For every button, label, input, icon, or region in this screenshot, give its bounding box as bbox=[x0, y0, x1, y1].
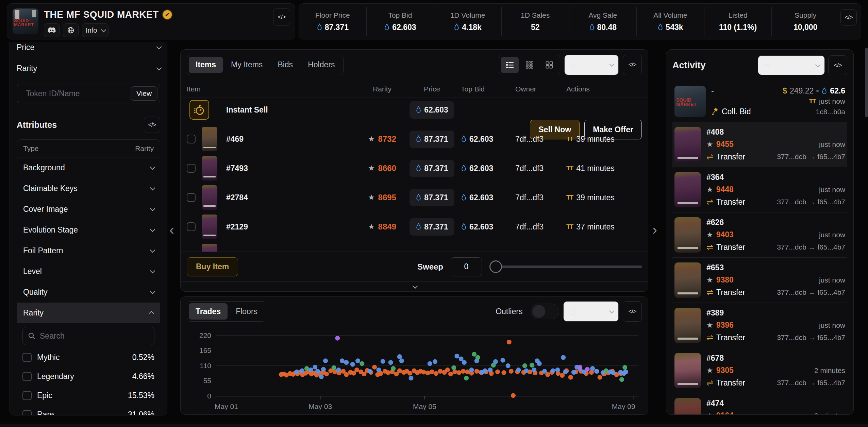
row-checkbox[interactable] bbox=[187, 135, 196, 143]
item-owner[interactable]: 7df...df3 bbox=[515, 164, 566, 173]
info-dropdown[interactable]: Info bbox=[82, 23, 108, 37]
item-listed-time: 39 minutes bbox=[576, 193, 615, 202]
item-name: #2129 bbox=[226, 222, 328, 232]
collection-embed-button[interactable]: </> bbox=[273, 8, 290, 25]
stats-embed-button[interactable]: </> bbox=[840, 9, 857, 25]
items-embed-button[interactable]: </> bbox=[623, 55, 642, 75]
attribute-group-rarity[interactable]: Rarity bbox=[17, 303, 160, 323]
tab-holders[interactable]: Holders bbox=[301, 57, 341, 73]
item-owner[interactable]: 7df...df3 bbox=[515, 135, 566, 144]
arrow-right-icon: → bbox=[808, 243, 815, 251]
data-point-blue bbox=[611, 371, 616, 375]
activity-row[interactable]: #364 ★9448 just now ⇌Transfer 377...dcb … bbox=[672, 167, 847, 212]
attribute-group-quality[interactable]: Quality bbox=[17, 282, 160, 303]
filter-rarity-toggle[interactable]: Rarity bbox=[17, 58, 160, 79]
activity-row[interactable]: #408 ★9455 just now ⇌Transfer 377...dcb … bbox=[672, 122, 847, 167]
attribute-group-foil-pattern[interactable]: Foil Pattern bbox=[17, 240, 160, 261]
collection-logo[interactable]: SQUID MARKET bbox=[13, 8, 38, 34]
table-row[interactable]: #2129 ★8849 87.371 62.603 7df...df3 TT37… bbox=[181, 212, 648, 241]
from-address: 377...dcb bbox=[777, 379, 806, 387]
data-point-green bbox=[475, 355, 480, 360]
activity-row[interactable]: #626 ★9403 just now ⇌Transfer 377...dcb … bbox=[672, 212, 847, 257]
page-scrollbar-thumb[interactable] bbox=[865, 48, 868, 117]
activity-addresses[interactable]: 377...dcb → f65...4b7 bbox=[777, 379, 845, 387]
attribute-group-label: Evolution Stage bbox=[23, 225, 78, 235]
activity-row[interactable]: #474 ★9164 2 minutes ⇌Transfer 377...dcb… bbox=[672, 393, 847, 415]
expand-items-button[interactable] bbox=[181, 281, 648, 292]
attributes-embed-button[interactable]: </> bbox=[144, 117, 160, 133]
buy-item-button[interactable]: Buy Item bbox=[187, 257, 238, 276]
rarity-checkbox[interactable] bbox=[22, 372, 32, 381]
website-button[interactable] bbox=[63, 23, 79, 37]
rarity-option[interactable]: Epic 15.53% bbox=[22, 386, 154, 405]
time-range-dropdown[interactable]: 7 Days bbox=[563, 301, 619, 322]
table-row-partial[interactable] bbox=[181, 241, 648, 252]
activity-addresses[interactable]: 377...dcb → f65...4b7 bbox=[777, 153, 845, 161]
activity-bid-row[interactable]: SQUID MARKET - $ 249.22 62.6 TT just now bbox=[672, 81, 847, 122]
activity-filter-dropdown[interactable]: All Activity bbox=[758, 55, 825, 75]
token-id-input[interactable] bbox=[26, 89, 127, 98]
tab-bids[interactable]: Bids bbox=[271, 57, 300, 73]
chart-tab-floors[interactable]: Floors bbox=[229, 303, 264, 320]
star-icon: ★ bbox=[706, 276, 713, 285]
collapse-activity-arrow[interactable]: › bbox=[652, 222, 657, 238]
svg-text:220: 220 bbox=[199, 331, 211, 339]
view-button[interactable]: View bbox=[131, 86, 157, 101]
activity-addresses[interactable]: 377...dcb → f65...4b7 bbox=[777, 334, 845, 342]
svg-text:May 01: May 01 bbox=[215, 403, 238, 410]
tab-my-items[interactable]: My Items bbox=[224, 57, 269, 73]
item-owner[interactable]: 7df...df3 bbox=[515, 222, 566, 232]
data-point-green bbox=[530, 363, 534, 368]
data-point-blue bbox=[532, 368, 536, 372]
discord-button[interactable] bbox=[44, 23, 60, 37]
stat-value: 543k bbox=[657, 23, 683, 32]
to-address: f65...4b7 bbox=[817, 153, 845, 160]
small-grid-view-button[interactable] bbox=[521, 57, 538, 73]
activity-addresses[interactable]: 377...dcb → f65...4b7 bbox=[777, 243, 845, 251]
list-view-button[interactable] bbox=[501, 57, 519, 73]
row-checkbox[interactable] bbox=[187, 164, 196, 173]
star-icon: ★ bbox=[706, 230, 713, 239]
filter-price-toggle[interactable]: Price bbox=[17, 42, 160, 58]
activity-embed-button[interactable]: </> bbox=[828, 55, 847, 75]
sweep-slider-knob[interactable] bbox=[489, 260, 502, 273]
info-label: Info bbox=[86, 27, 97, 34]
rarity-checkbox[interactable] bbox=[22, 410, 32, 416]
chart-tab-trades[interactable]: Trades bbox=[189, 303, 228, 320]
bid-address[interactable]: 1c8...b0a bbox=[816, 108, 845, 116]
data-point-orange bbox=[511, 393, 516, 398]
row-checkbox[interactable] bbox=[187, 193, 196, 202]
collapse-sidebar-arrow[interactable]: ‹ bbox=[169, 222, 174, 238]
sweep-slider[interactable] bbox=[489, 260, 642, 273]
rarity-option[interactable]: Legendary 4.66% bbox=[22, 367, 154, 386]
item-owner[interactable]: 7df...df3 bbox=[515, 193, 566, 202]
row-checkbox[interactable] bbox=[187, 222, 196, 231]
rarity-checkbox[interactable] bbox=[22, 353, 32, 362]
rarity-filter-label: Rarity bbox=[17, 64, 37, 73]
attribute-group-background[interactable]: Background bbox=[17, 157, 160, 178]
rarity-option[interactable]: Mythic 0.52% bbox=[22, 348, 154, 367]
data-point-orange bbox=[560, 373, 565, 378]
activity-addresses[interactable]: 377...dcb → f65...4b7 bbox=[777, 288, 845, 296]
attribute-group-cover-image[interactable]: Cover Image bbox=[17, 199, 160, 220]
rarity-option[interactable]: Rare 31.06% bbox=[22, 405, 154, 415]
attribute-group-evolution-stage[interactable]: Evolution Stage bbox=[17, 220, 160, 240]
attribute-group-claimable-keys[interactable]: Claimable Keys bbox=[17, 178, 160, 199]
attribute-group-level[interactable]: Level bbox=[17, 261, 160, 282]
activity-row[interactable]: #389 ★9396 just now ⇌Transfer 377...dcb … bbox=[672, 303, 847, 348]
rarity-search-input[interactable] bbox=[40, 331, 149, 341]
large-grid-view-button[interactable] bbox=[540, 57, 558, 73]
chart-embed-button[interactable]: </> bbox=[623, 301, 642, 322]
activity-row[interactable]: #678 ★9305 2 minutes ⇌Transfer 377...dcb… bbox=[672, 348, 847, 393]
tab-items[interactable]: Items bbox=[189, 57, 223, 73]
activity-row[interactable]: #653 ★9380 just now ⇌Transfer 377...dcb … bbox=[672, 257, 847, 303]
table-row[interactable]: #2784 ★8695 87.371 62.603 7df...df3 TT39… bbox=[181, 183, 648, 212]
sort-dropdown[interactable]: Price ↑ bbox=[564, 55, 619, 75]
activity-row-list: #408 ★9455 just now ⇌Transfer 377...dcb … bbox=[672, 122, 847, 415]
stat-value: 87.371 bbox=[317, 23, 349, 32]
outliers-toggle[interactable] bbox=[531, 304, 559, 319]
table-row[interactable]: #7493 ★8660 87.371 62.603 7df...df3 TT41… bbox=[181, 154, 648, 183]
rarity-checkbox[interactable] bbox=[22, 391, 32, 400]
activity-addresses[interactable]: 377...dcb → f65...4b7 bbox=[777, 198, 845, 206]
sweep-count-input[interactable] bbox=[451, 257, 482, 276]
